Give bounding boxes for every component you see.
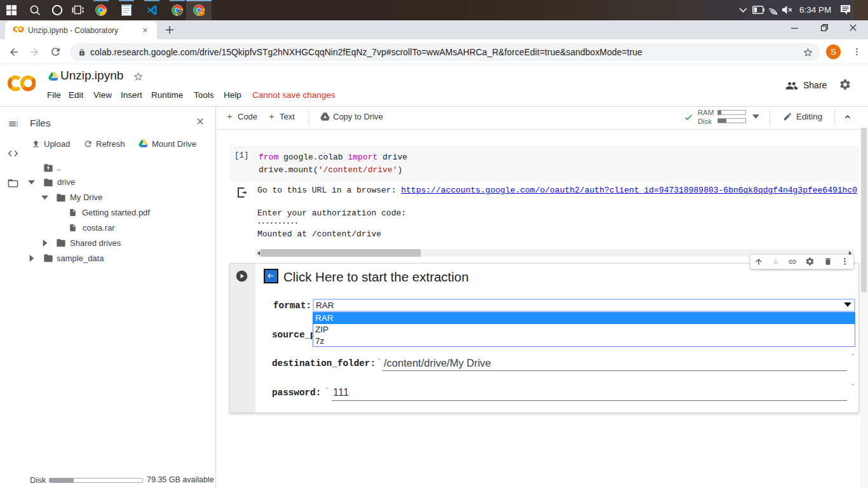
svg-text:S: S xyxy=(201,11,203,15)
